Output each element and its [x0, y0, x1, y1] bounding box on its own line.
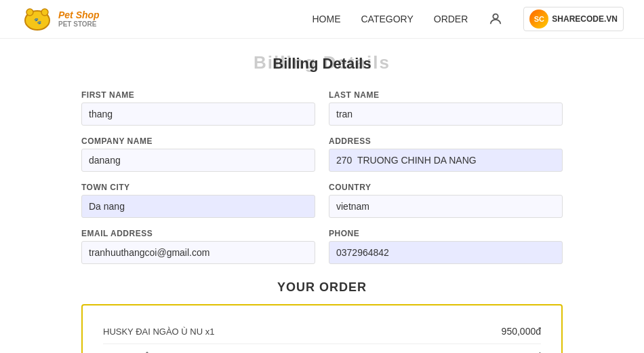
logo-area: 🐾 Pet Shop PET STORE — [20, 5, 100, 33]
order-item-1-price: 950,000đ — [502, 326, 541, 337]
form-row-email-phone: EMAIL ADDRESS PHONE — [81, 229, 563, 264]
form-row-company-address: COMPANY NAME ADDRESS — [81, 136, 563, 172]
address-input[interactable] — [329, 149, 563, 172]
order-box: HUSKY ĐAI NGÀO Ù NU x1 950,000đ HUSKY SI… — [81, 304, 563, 353]
order-item-1-name: HUSKY ĐAI NGÀO Ù NU x1 — [103, 327, 214, 337]
country-label: COUNTRY — [329, 183, 563, 192]
header: 🐾 Pet Shop PET STORE HOME CATEGORY ORDER… — [0, 0, 644, 39]
form-row-name: FIRST NAME LAST NAME — [81, 90, 563, 126]
form-group-last-name: LAST NAME — [329, 90, 563, 126]
page-title-wrap: Billing Details Billing Details — [81, 52, 563, 77]
nav-order[interactable]: ORDER — [434, 14, 468, 24]
first-name-input[interactable] — [81, 103, 315, 126]
order-item-1: HUSKY ĐAI NGÀO Ù NU x1 950,000đ — [103, 319, 541, 344]
main-content: Billing Details Billing Details FIRST NA… — [68, 39, 576, 353]
form-group-first-name: FIRST NAME — [81, 90, 315, 126]
logo-text: Pet Shop PET STORE — [58, 10, 100, 29]
form-group-phone: PHONE — [329, 229, 563, 264]
svg-point-1 — [26, 9, 33, 16]
last-name-input[interactable] — [329, 103, 563, 126]
order-section: YOUR ORDER HUSKY ĐAI NGÀO Ù NU x1 950,00… — [81, 280, 563, 353]
svg-point-2 — [41, 9, 48, 16]
address-label: ADDRESS — [329, 136, 563, 146]
user-icon-wrap — [488, 12, 503, 26]
email-input[interactable] — [81, 241, 315, 264]
form-group-country: COUNTRY — [329, 183, 563, 218]
company-name-label: COMPANY NAME — [81, 136, 315, 146]
email-label: EMAIL ADDRESS — [81, 229, 315, 238]
order-item-2: HUSKY SIÊU CUTE x2 24,000,000đ — [103, 344, 541, 353]
form-row-town-country: TOWN CITY COUNTRY — [81, 183, 563, 218]
svg-point-4 — [494, 14, 498, 19]
nav-home[interactable]: HOME — [312, 14, 340, 24]
town-city-input[interactable] — [81, 195, 315, 218]
town-city-label: TOWN CITY — [81, 183, 315, 192]
brand-badge: SC SHARECODE.VN — [523, 7, 624, 31]
order-title: YOUR ORDER — [81, 280, 563, 295]
sc-circle: SC — [529, 10, 548, 29]
svg-text:🐾: 🐾 — [34, 17, 42, 25]
billing-form: FIRST NAME LAST NAME COMPANY NAME ADDRES… — [81, 90, 563, 264]
form-group-town: TOWN CITY — [81, 183, 315, 218]
form-group-company: COMPANY NAME — [81, 136, 315, 172]
form-group-email: EMAIL ADDRESS — [81, 229, 315, 264]
last-name-label: LAST NAME — [329, 90, 563, 100]
first-name-label: FIRST NAME — [81, 90, 315, 100]
phone-input[interactable] — [329, 241, 563, 264]
user-icon[interactable] — [488, 12, 503, 26]
country-input[interactable] — [329, 195, 563, 218]
form-group-address: ADDRESS — [329, 136, 563, 172]
phone-label: PHONE — [329, 229, 563, 238]
logo-icon: 🐾 — [20, 5, 54, 33]
page-main-title: Billing Details — [81, 52, 563, 75]
company-name-input[interactable] — [81, 149, 315, 172]
nav-category[interactable]: CATEGORY — [361, 14, 413, 24]
main-nav: HOME CATEGORY ORDER SC SHARECODE.VN — [312, 7, 624, 31]
brand-badge-text: SHARECODE.VN — [552, 14, 618, 24]
